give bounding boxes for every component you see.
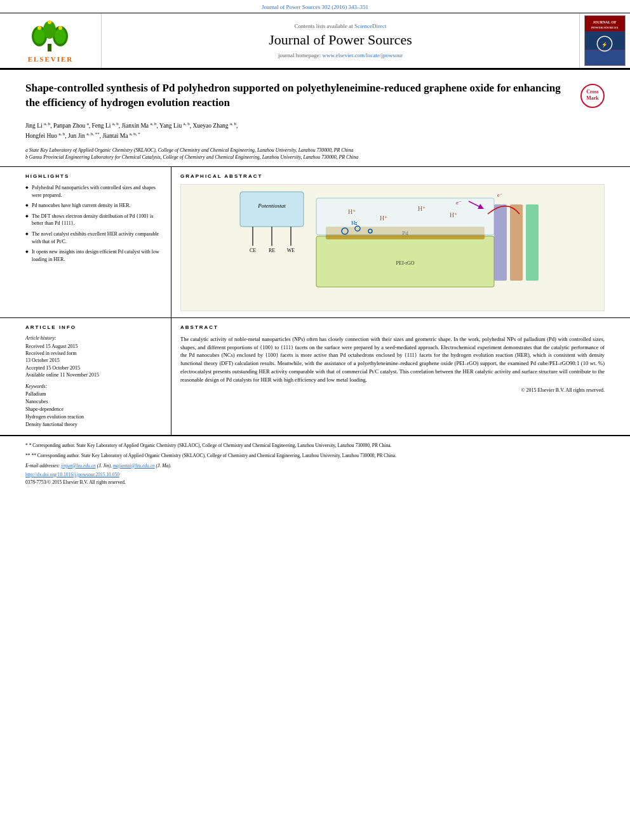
article-history: Article history: Received 15 August 2015… [25,335,162,378]
svg-text:H⁺: H⁺ [380,215,387,222]
abstract-label: ABSTRACT [180,324,605,330]
affiliation-section: a State Key Laboratory of Applied Organi… [0,144,630,167]
highlights-graphical-section: HIGHLIGHTS Polyhedral Pd nanoparticles w… [0,167,630,318]
article-title: Shape-controlled synthesis of Pd polyhed… [25,81,571,110]
svg-text:e⁻: e⁻ [497,192,502,198]
elsevier-logo: ELSEVIER [25,18,76,63]
graphical-abstract-svg: Potentiostat CE RE WE Pd PEI- [181,185,604,309]
author-jing-li: Jing Li a, b, [25,123,53,129]
corresponding-note-2-text: ** Corresponding author. State Key Labor… [31,453,396,458]
keyword-4: Hydrogen evolution reaction [25,413,162,421]
email-2-suffix: (J. Ma). [156,463,171,469]
keyword-5: Density functional theory [25,421,162,429]
received-date: Received 15 August 2015 [25,343,162,350]
author-jianxin-ma: Jianxin Ma a, b, [122,123,159,129]
email-line: E-mail addresses: jinjun@lzu.edu.cn (J. … [25,463,605,469]
doi-anchor[interactable]: http://dx.doi.org/10.1016/j.jpowsour.201… [25,472,119,477]
svg-text:Potentiostat: Potentiostat [257,203,286,209]
keyword-3: Shape-dependence [25,406,162,413]
sciencedirect-line: Contents lists available at ScienceDirec… [295,23,387,29]
abstract-text: The catalytic activity of noble-metal na… [180,335,605,384]
corresponding-note-2: ** ** Corresponding author. State Key La… [25,453,605,460]
graphical-abstract-label: GRAPHICAL ABSTRACT [180,173,605,179]
svg-point-5 [55,29,66,44]
article-title-section: Shape-controlled synthesis of Pd polyhed… [0,70,630,117]
issn-line: 0378-7753/© 2015 Elsevier B.V. All right… [25,479,605,485]
highlights-column: HIGHLIGHTS Polyhedral Pd nanoparticles w… [0,167,171,317]
svg-text:POWER SOURCES: POWER SOURCES [591,26,619,29]
svg-rect-43 [494,204,507,281]
affiliation-b: b Gansu Provincial Engineering Laborator… [25,154,605,161]
keyword-2: Nanocubes [25,398,162,406]
svg-text:⚡: ⚡ [601,41,608,48]
author-jiantai-ma: Jiantai Ma a, b, * [103,133,140,139]
affiliation-a: a State Key Laboratory of Applied Organi… [25,147,605,154]
svg-text:e⁻: e⁻ [456,199,462,206]
homepage-label: journal homepage: [278,52,321,58]
keywords-section: Keywords: Palladium Nanocubes Shape-depe… [25,383,162,429]
svg-point-7 [58,26,62,30]
page: Journal of Power Sources 302 (2016) 343–… [0,0,630,840]
highlight-item-3: The DFT shows electron density distribut… [25,213,162,227]
highlight-item-2: Pd nanocubes have high current density i… [25,202,162,210]
abstract-column: ABSTRACT The catalytic activity of noble… [171,318,630,435]
svg-text:WE: WE [287,248,295,253]
email-1-link[interactable]: jinjun@lzu.edu.cn [61,463,96,469]
svg-text:H⁺: H⁺ [450,211,457,218]
svg-point-6 [37,26,41,30]
author-xueyao-zhang: Xueyao Zhang a, b, [192,123,238,129]
svg-text:Cross: Cross [586,89,598,95]
email-1-suffix: (J. Jin), [97,463,112,469]
author-yang-liu: Yang Liu a, b, [159,123,192,129]
journal-homepage-line: journal homepage: www.elsevier.com/locat… [278,52,403,58]
publisher-logo-area: ELSEVIER [0,13,102,68]
journal-title: Journal of Power Sources [269,32,412,48]
keyword-1: Palladium [25,390,162,398]
footer-section: * * Corresponding author. State Key Labo… [0,436,630,491]
contents-available-text: Contents lists available at [295,23,353,29]
svg-text:CE: CE [250,248,256,253]
svg-rect-12 [585,50,625,65]
highlights-label: HIGHLIGHTS [25,173,162,179]
homepage-link[interactable]: www.elsevier.com/locate/jpowsour [323,52,403,58]
svg-text:H⁺: H⁺ [348,208,356,215]
svg-text:PEI-rGO: PEI-rGO [396,260,415,266]
authors-section: Jing Li a, b, Panpan Zhou a, Feng Li a, … [0,117,630,144]
available-online: Available online 11 November 2015 [25,371,162,378]
corresponding-note-1-text: * Corresponding author. State Key Labora… [29,443,392,448]
journal-reference-bar: Journal of Power Sources 302 (2016) 343–… [0,0,630,13]
svg-rect-44 [510,204,523,281]
email-2-link[interactable]: majiantai@lzu.edu.cn [113,463,155,469]
article-info-label: ARTICLE INFO [25,324,162,330]
svg-text:Mark: Mark [586,95,599,101]
svg-text:JOURNAL OF: JOURNAL OF [593,20,617,24]
highlight-item-4: The novel catalyst exhibits excellent HE… [25,230,162,245]
abstract-copyright: © 2015 Elsevier B.V. All rights reserved… [180,387,605,393]
author-panpan-zhou: Panpan Zhou a, [53,123,92,129]
doi-link[interactable]: http://dx.doi.org/10.1016/j.jpowsour.201… [25,472,605,477]
author-feng-li: Feng Li a, b, [92,123,122,129]
highlight-item-5: It opens new insights into design effici… [25,248,162,263]
elsevier-tree-icon [25,18,76,53]
author-jun-jin: Jun Jin a, b, **, [68,133,102,139]
sciencedirect-link[interactable]: ScienceDirect [354,23,386,29]
svg-point-8 [48,20,51,24]
corresponding-note-1: * * Corresponding author. State Key Labo… [25,443,605,450]
graphical-abstract-image: Potentiostat CE RE WE Pd PEI- [180,184,605,311]
svg-rect-45 [526,204,539,281]
svg-point-4 [34,29,45,44]
journal-info-center: Contents lists available at ScienceDirec… [102,13,579,68]
svg-rect-21 [240,192,304,227]
highlight-high-text: high [72,203,81,208]
article-info-abstract-section: ARTICLE INFO Article history: Received 1… [0,318,630,436]
keywords-list: Palladium Nanocubes Shape-dependence Hyd… [25,390,162,429]
crossmark-badge-icon[interactable]: Cross Mark [580,84,605,108]
highlights-list: Polyhedral Pd nanoparticles with control… [25,184,162,263]
email-label: E-mail addresses: [25,463,60,469]
elsevier-brand-text: ELSEVIER [28,55,74,63]
received-revised-date: 13 October 2015 [25,357,162,364]
accepted-date: Accepted 15 October 2015 [25,364,162,371]
svg-text:H₂: H₂ [351,220,358,226]
svg-text:RE: RE [269,248,275,253]
keywords-title: Keywords: [25,383,162,389]
